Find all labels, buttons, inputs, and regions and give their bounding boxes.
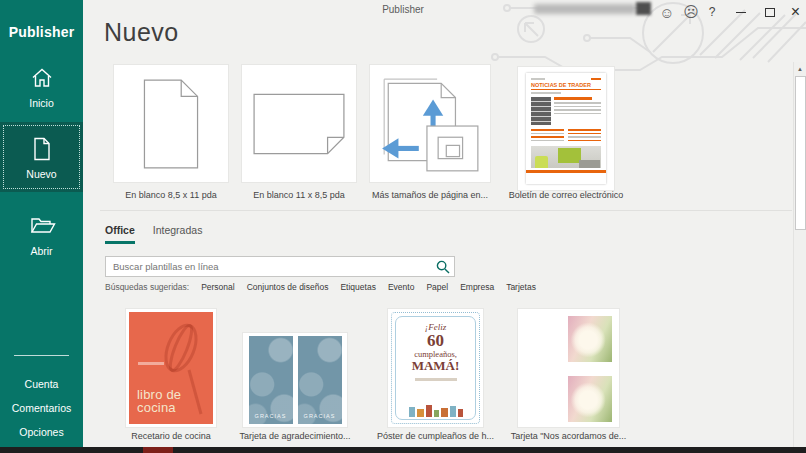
gracias-text: GRACIAS xyxy=(298,413,342,419)
account-avatar-redacted xyxy=(636,2,651,15)
more-page-sizes-icon xyxy=(374,73,486,175)
blank-page-portrait-icon xyxy=(138,76,204,172)
template-thumbnail xyxy=(369,64,491,183)
template-email-newsletter[interactable]: NOTICIAS DE TRADER Boletín de correo ele… xyxy=(517,66,615,200)
restore-icon xyxy=(765,8,775,17)
close-icon: × xyxy=(791,3,800,21)
suggested-search-conjuntos[interactable]: Conjuntos de diseños xyxy=(247,282,329,292)
smiley-sad-icon: ☹ xyxy=(683,3,699,21)
sidebar-item-label: Abrir xyxy=(30,245,52,257)
template-label: Tarjeta "Nos acordamos de... xyxy=(489,431,649,441)
sidebar-item-label: Inicio xyxy=(29,97,54,109)
newsletter-preview-title: NOTICIAS DE TRADER xyxy=(531,82,601,90)
thank-you-card-preview: GRACIAS xyxy=(249,336,293,424)
app-name: Publisher xyxy=(0,24,83,40)
search-input[interactable] xyxy=(106,257,441,276)
section-divider xyxy=(100,210,792,211)
suggested-search-etiquetas[interactable]: Etiquetas xyxy=(340,282,375,292)
sidebar-item-opciones[interactable]: Opciones xyxy=(0,426,83,438)
suggested-search-evento[interactable]: Evento xyxy=(388,282,414,292)
sidebar-item-inicio[interactable]: Inicio xyxy=(0,62,83,116)
template-thumbnail: libro de cocina xyxy=(125,308,217,428)
feedback-happy-button[interactable]: ☺ xyxy=(655,0,679,24)
template-poster-cumpleanos[interactable]: ¡Feliz 60 cumpleaños, MAMÁ! Póster de c xyxy=(387,308,484,441)
taskbar-edge xyxy=(0,447,806,453)
template-recetario-de-cocina[interactable]: libro de cocina Recetario de cocina xyxy=(125,308,217,441)
help-icon: ? xyxy=(709,5,716,19)
thank-you-card-preview: GRACIAS xyxy=(298,336,342,424)
suggested-searches-label: Búsquedas sugeridas: xyxy=(105,282,189,292)
template-label: Tarjeta de agradecimiento... xyxy=(215,431,375,441)
houses-illustration xyxy=(400,405,471,417)
sidebar-divider xyxy=(14,355,69,356)
blank-page-landscape-icon xyxy=(250,90,348,158)
poster-text: ¡Feliz 60 cumpleaños, MAMÁ! xyxy=(388,322,483,381)
template-blank-portrait[interactable]: En blanco 8,5 x 11 pda xyxy=(113,64,229,200)
gracias-text: GRACIAS xyxy=(249,413,293,419)
birthday-poster-preview: ¡Feliz 60 cumpleaños, MAMÁ! xyxy=(388,309,483,427)
template-label: Boletín de correo electrónico xyxy=(486,190,646,200)
new-document-icon xyxy=(30,137,54,161)
author-line-placeholder xyxy=(138,362,164,365)
account-name-redacted xyxy=(534,4,636,14)
suggested-searches: Búsquedas sugeridas: Personal Conjuntos … xyxy=(105,282,536,292)
newsletter-preview: NOTICIAS DE TRADER xyxy=(526,73,606,184)
template-thumbnail: ¡Feliz 60 cumpleaños, MAMÁ! xyxy=(387,308,484,428)
template-thumbnail xyxy=(241,64,357,183)
suggested-search-tarjetas[interactable]: Tarjetas xyxy=(506,282,536,292)
restore-button[interactable] xyxy=(757,0,783,24)
suggested-search-papel[interactable]: Papel xyxy=(426,282,448,292)
suggested-search-empresa[interactable]: Empresa xyxy=(460,282,494,292)
sidebar-item-nuevo[interactable]: Nuevo xyxy=(0,122,83,192)
sidebar-item-comentarios[interactable]: Comentarios xyxy=(0,402,83,414)
tab-office[interactable]: Office xyxy=(105,224,135,244)
flower-photo xyxy=(568,376,612,422)
sidebar-item-abrir[interactable]: Abrir xyxy=(0,210,83,266)
publisher-backstage-window: Publisher Inicio Nuevo Ab xyxy=(0,0,806,453)
sidebar: Publisher Inicio Nuevo Ab xyxy=(0,0,83,453)
home-icon xyxy=(30,66,54,90)
template-source-tabs: Office Integradas xyxy=(105,224,202,244)
help-button[interactable]: ? xyxy=(702,0,722,24)
cookbook-cover-preview: libro de cocina xyxy=(129,312,213,424)
sidebar-item-cuenta[interactable]: Cuenta xyxy=(0,378,83,390)
page-title: Nuevo xyxy=(104,18,179,47)
template-tarjeta-agradecimiento[interactable]: GRACIAS GRACIAS Tarjeta de agradecimient… xyxy=(242,308,348,441)
open-folder-icon xyxy=(30,214,54,238)
taskbar-edge-accent xyxy=(143,447,173,453)
smiley-happy-icon: ☺ xyxy=(659,4,674,21)
template-thumbnail: NOTICIAS DE TRADER xyxy=(517,66,615,191)
search-icon[interactable] xyxy=(436,260,450,274)
template-tarjeta-nos-acordamos[interactable]: Tarjeta "Nos acordamos de... xyxy=(517,308,620,441)
sidebar-item-label: Nuevo xyxy=(26,168,56,180)
memorial-card-preview xyxy=(518,309,619,427)
minimize-icon xyxy=(736,12,746,13)
poster-caption-placeholder xyxy=(415,378,457,381)
template-thumbnail xyxy=(517,308,620,428)
minimize-button[interactable] xyxy=(728,0,754,24)
vertical-scrollbar[interactable]: ▲ xyxy=(793,62,806,448)
template-more-page-sizes[interactable]: Más tamaños de página en... xyxy=(369,64,491,200)
close-button[interactable]: × xyxy=(785,0,806,24)
feedback-sad-button[interactable]: ☹ xyxy=(679,0,703,24)
scroll-up-arrow-icon[interactable]: ▲ xyxy=(794,63,806,75)
cookbook-title: libro de cocina xyxy=(137,389,181,414)
template-thumbnail: GRACIAS GRACIAS xyxy=(242,332,348,428)
tab-integradas[interactable]: Integradas xyxy=(153,224,203,244)
template-search-box xyxy=(105,256,455,277)
suggested-search-personal[interactable]: Personal xyxy=(201,282,235,292)
template-blank-landscape[interactable]: En blanco 11 x 8,5 pda xyxy=(241,64,357,200)
scrollbar-thumb[interactable] xyxy=(795,76,806,230)
flower-photo xyxy=(568,316,612,362)
template-thumbnail xyxy=(113,64,229,183)
